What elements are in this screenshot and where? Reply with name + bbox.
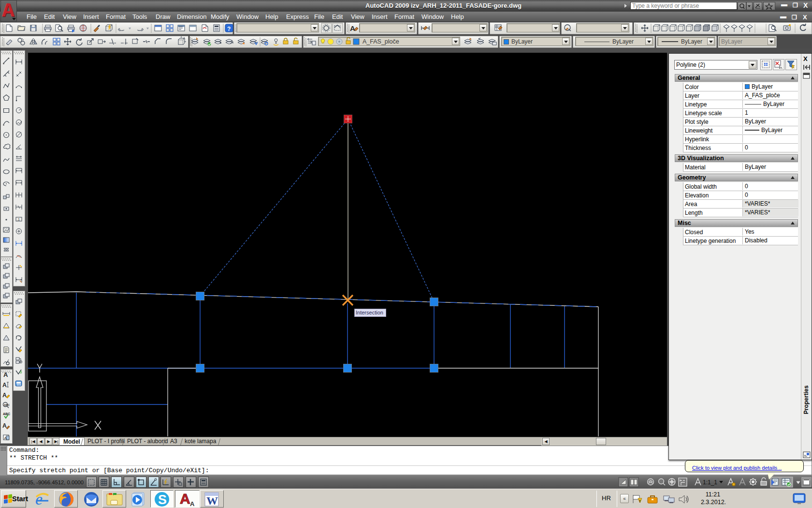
svg-text:A_FAS_ploče: A_FAS_ploče [362, 38, 399, 45]
svg-text:A: A [190, 500, 195, 507]
svg-text:.1: .1 [17, 218, 20, 221]
svg-text:1:1_1: 1:1_1 [703, 479, 717, 486]
svg-text:!: ! [639, 499, 640, 503]
svg-text:A: A [2, 392, 7, 399]
svg-text:A: A [3, 371, 8, 378]
svg-text:A: A [180, 491, 190, 507]
svg-text:S: S [158, 493, 167, 507]
svg-text:ABC: ABC [3, 412, 10, 416]
svg-text:A: A [350, 24, 355, 32]
svg-text:W: W [206, 494, 218, 507]
svg-text:ABC: ABC [4, 403, 10, 406]
svg-text:?: ? [227, 26, 231, 32]
svg-text:A: A [4, 436, 7, 440]
svg-text:A: A [2, 382, 7, 388]
